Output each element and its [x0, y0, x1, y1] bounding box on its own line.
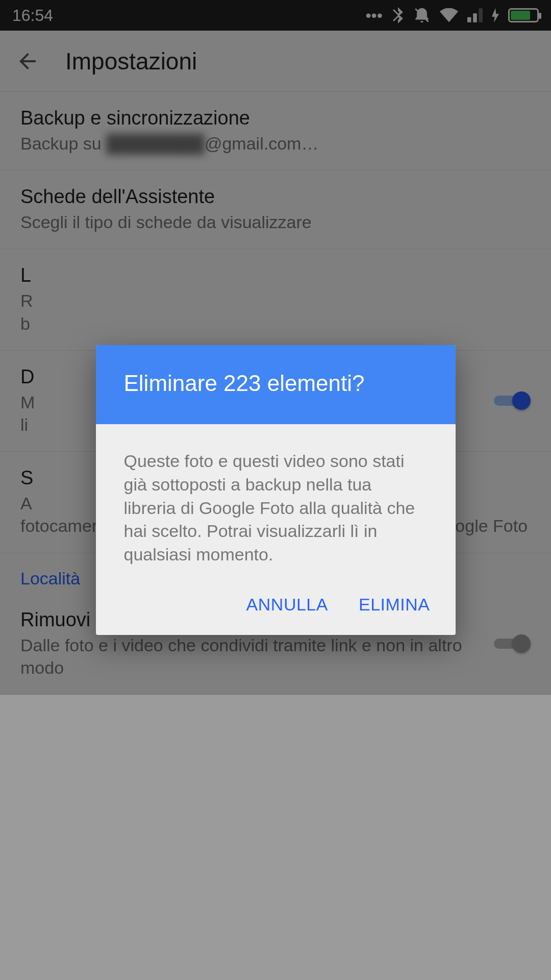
confirm-button[interactable]: ELIMINA [359, 595, 430, 615]
delete-dialog: Eliminare 223 elementi? Queste foto e qu… [96, 345, 456, 635]
dialog-actions: ANNULLA ELIMINA [96, 577, 456, 635]
dialog-title: Eliminare 223 elementi? [96, 345, 456, 424]
cancel-button[interactable]: ANNULLA [246, 595, 328, 615]
modal-overlay[interactable]: Eliminare 223 elementi? Queste foto e qu… [0, 0, 551, 980]
dialog-body: Queste foto e questi video sono stati gi… [96, 424, 456, 577]
